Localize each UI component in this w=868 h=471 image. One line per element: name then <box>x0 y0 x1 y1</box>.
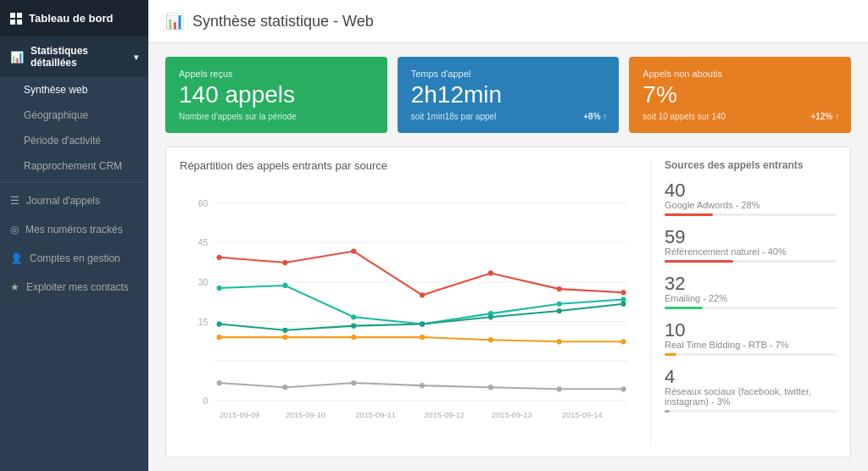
svg-point-41 <box>420 335 425 340</box>
sub-label: Période d'activité <box>24 135 101 147</box>
grid-icon <box>10 13 22 25</box>
main-header: 📊 Synthèse statistique - Web <box>148 0 868 43</box>
svg-point-40 <box>351 335 356 340</box>
sources-title: Sources des appels entrants <box>665 159 837 171</box>
svg-point-19 <box>351 248 356 253</box>
kpi-badge: +8% ↑ <box>583 112 607 121</box>
svg-point-35 <box>488 314 493 319</box>
kpi-value: 140 appels <box>179 82 374 108</box>
sidebar-item-label: Exploiter mes contacts <box>26 281 129 293</box>
main-content: 📊 Synthèse statistique - Web Appels reçu… <box>148 0 868 471</box>
kpi-label: Appels non aboutis <box>643 69 837 79</box>
sidebar-item-synthese-web[interactable]: Synthèse web <box>0 77 148 103</box>
svg-point-32 <box>282 328 287 333</box>
svg-point-26 <box>351 314 356 319</box>
source-label: Emailing - 22% <box>665 293 837 303</box>
sidebar-item-geographique[interactable]: Géographique <box>0 103 148 128</box>
svg-point-37 <box>620 301 626 306</box>
source-bar <box>665 307 703 309</box>
sidebar-item-statistiques[interactable]: 📊 Statistiques détaillées ▾ <box>0 36 148 77</box>
svg-point-33 <box>351 323 356 328</box>
svg-point-51 <box>620 386 626 391</box>
source-bar-bg <box>665 213 837 216</box>
kpi-value: 7% <box>643 82 837 108</box>
kpi-sub: soit 1min18s par appel <box>411 112 606 121</box>
svg-point-31 <box>217 321 222 326</box>
source-item-rtb: 10 Real Time Bidding - RTB - 7% <box>665 321 837 356</box>
source-bar <box>665 353 676 356</box>
svg-point-34 <box>420 321 425 326</box>
svg-point-18 <box>282 260 287 265</box>
svg-text:2015-09-10: 2015-09-10 <box>285 411 326 419</box>
sidebar-item-periode[interactable]: Période d'activité <box>0 128 148 153</box>
kpi-appels-non-aboutis: Appels non aboutis 7% soit 10 appels sur… <box>629 57 851 133</box>
svg-text:45: 45 <box>198 238 209 247</box>
sub-label: Rapprochement CRM <box>24 160 122 172</box>
svg-point-22 <box>557 286 562 291</box>
source-number: 40 <box>665 181 837 200</box>
chart-icon: 📊 <box>10 51 24 64</box>
svg-point-47 <box>351 380 356 385</box>
sidebar-header[interactable]: Tableau de bord <box>0 0 148 36</box>
svg-point-29 <box>557 301 562 306</box>
page-title: Synthèse statistique - Web <box>192 13 374 30</box>
source-number: 10 <box>665 321 837 340</box>
kpi-temps-appel: Temps d'appel 2h12min soit 1min18s par a… <box>398 57 620 133</box>
kpi-label: Temps d'appel <box>411 69 606 79</box>
source-item-adwords: 40 Google Adwords - 28% <box>665 181 837 216</box>
svg-point-36 <box>557 308 562 313</box>
sidebar-item-contacts[interactable]: ★ Exploiter mes contacts <box>0 273 148 302</box>
divider <box>0 182 148 183</box>
source-item-naturel: 59 Référencement naturel - 40% <box>665 228 837 263</box>
sidebar-item-label: Comptes en gestion <box>30 252 120 264</box>
svg-point-49 <box>488 385 493 390</box>
svg-point-17 <box>217 254 222 259</box>
kpi-appels-recus: Appels reçus 140 appels Nombre d'appels … <box>165 57 387 133</box>
svg-point-23 <box>620 290 626 295</box>
list-icon: ☰ <box>10 195 19 207</box>
source-bar-bg <box>665 307 837 309</box>
svg-text:0: 0 <box>203 396 208 406</box>
svg-point-43 <box>557 339 562 344</box>
sidebar-item-rapprochement[interactable]: Rapprochement CRM <box>0 153 148 179</box>
chart-section: Répartition des appels entrants par sour… <box>165 147 851 457</box>
source-bar-bg <box>665 410 837 413</box>
sidebar-item-numeros[interactable]: ◎ Mes numéros trackés <box>0 215 148 244</box>
sidebar-item-label: Journal d'appels <box>26 195 100 207</box>
star-icon: ★ <box>10 281 19 293</box>
kpi-label: Appels reçus <box>179 69 374 79</box>
chart-container: 60 45 30 15 0 2015-09-09 2015-09-10 2015… <box>180 180 637 445</box>
kpi-sub: soit 10 appels sur 140 <box>643 112 837 121</box>
svg-text:15: 15 <box>198 317 209 326</box>
sidebar-item-journal[interactable]: ☰ Journal d'appels <box>0 186 148 215</box>
svg-text:2015-09-13: 2015-09-13 <box>492 411 532 419</box>
svg-text:2015-09-09: 2015-09-09 <box>220 411 260 419</box>
svg-point-39 <box>282 335 287 340</box>
svg-point-50 <box>557 386 562 391</box>
svg-text:2015-09-12: 2015-09-12 <box>424 411 465 419</box>
sub-label: Synthèse web <box>24 84 87 96</box>
sidebar-item-comptes[interactable]: 👤 Comptes en gestion <box>0 244 148 273</box>
source-label: Référencement naturel - 40% <box>665 247 837 257</box>
svg-point-48 <box>420 383 425 388</box>
source-bar <box>665 260 733 263</box>
svg-point-21 <box>488 270 493 275</box>
sidebar-header-label: Tableau de bord <box>29 12 113 25</box>
svg-text:60: 60 <box>198 198 209 208</box>
chevron-icon: ▾ <box>134 53 138 62</box>
chart-bar-icon: 📊 <box>165 12 184 30</box>
kpi-row: Appels reçus 140 appels Nombre d'appels … <box>148 43 868 147</box>
source-bar <box>665 213 713 216</box>
svg-text:2015-09-14: 2015-09-14 <box>562 411 603 419</box>
kpi-value: 2h12min <box>411 82 606 108</box>
sidebar: Tableau de bord 📊 Statistiques détaillée… <box>0 0 148 471</box>
kpi-sub: Nombre d'appels sur la période <box>179 112 374 121</box>
source-label: Réseaux sociaux (facebook, twitter, inst… <box>665 386 837 407</box>
line-chart-svg: 60 45 30 15 0 2015-09-09 2015-09-10 2015… <box>180 180 637 445</box>
svg-point-45 <box>217 380 222 385</box>
source-label: Google Adwords - 28% <box>665 200 837 210</box>
svg-point-44 <box>620 339 626 344</box>
sources-panel: Sources des appels entrants 40 Google Ad… <box>650 159 837 445</box>
target-icon: ◎ <box>10 224 19 236</box>
svg-point-42 <box>488 337 493 342</box>
